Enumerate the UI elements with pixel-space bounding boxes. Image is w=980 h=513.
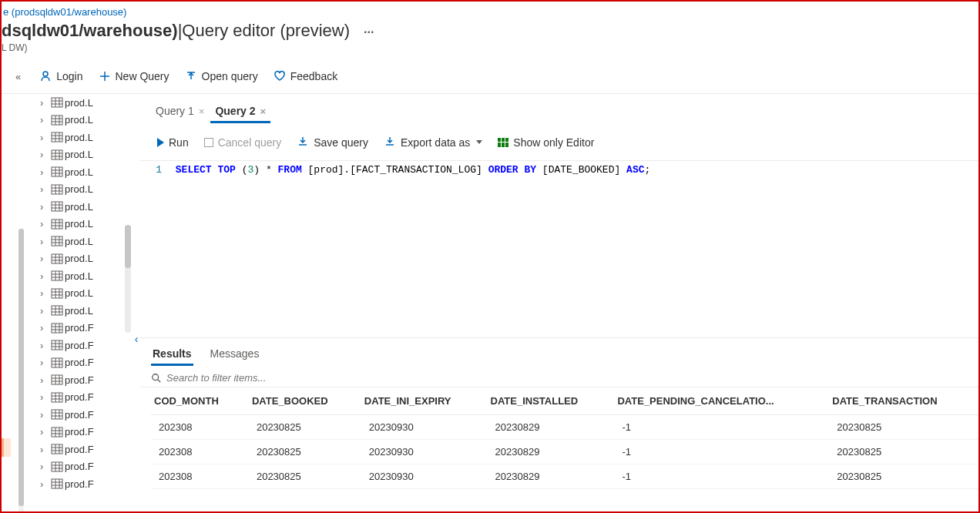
tree-item[interactable]: ›prod.F bbox=[32, 475, 133, 493]
svg-rect-18 bbox=[52, 150, 62, 159]
export-data-button[interactable]: Export data as bbox=[378, 132, 488, 153]
cell: 20230825 bbox=[249, 464, 361, 489]
splitter[interactable]: ‹ bbox=[133, 94, 140, 504]
table-icon bbox=[51, 288, 63, 299]
table-row[interactable]: 202308202308252023093020230829-120230825 bbox=[151, 415, 978, 440]
svg-rect-53 bbox=[52, 271, 62, 280]
heart-icon bbox=[274, 70, 286, 82]
column-header[interactable]: DATE_INSTALLED bbox=[488, 387, 615, 415]
run-button[interactable]: Run bbox=[151, 133, 195, 152]
tree-item[interactable]: ›prod.F bbox=[32, 389, 133, 407]
tree-item[interactable]: ›prod.F bbox=[32, 354, 133, 372]
chevron-right-icon: › bbox=[40, 461, 49, 472]
close-icon[interactable]: × bbox=[199, 106, 205, 117]
more-actions-icon[interactable]: ··· bbox=[364, 25, 374, 39]
tree-item[interactable]: ›prod.L bbox=[32, 250, 133, 268]
tree-item[interactable]: ›prod.L bbox=[32, 216, 133, 233]
tree-item[interactable]: ›prod.F bbox=[32, 406, 133, 424]
breadcrumb-link[interactable]: e (prodsqldw01/warehouse) bbox=[2, 3, 978, 19]
cancel-query-button[interactable]: Cancel query bbox=[198, 133, 288, 152]
tree-item[interactable]: ›prod.L bbox=[32, 267, 133, 285]
tree-item[interactable]: ›prod.F bbox=[32, 441, 133, 458]
tree-item-label: prod.L bbox=[65, 270, 93, 282]
show-only-editor-button[interactable]: Show only Editor bbox=[492, 133, 600, 152]
tree-item[interactable]: ›prod.L bbox=[32, 163, 133, 181]
tree-item[interactable]: ›prod.F bbox=[32, 458, 133, 476]
login-button[interactable]: Login bbox=[33, 67, 89, 86]
splitter-collapse-icon[interactable]: ‹ bbox=[135, 333, 139, 345]
svg-rect-33 bbox=[52, 202, 62, 211]
sql-editor[interactable]: 1 SELECT TOP (3) * FROM [prod].[FACT_TRA… bbox=[140, 160, 978, 337]
svg-rect-113 bbox=[52, 479, 62, 488]
editor-main: Query 1×Query 2× Run Cancel query Save q… bbox=[140, 94, 978, 504]
results-search-input[interactable] bbox=[166, 372, 398, 384]
tree-item-label: prod.F bbox=[65, 426, 94, 438]
cell: 20230825 bbox=[829, 440, 978, 464]
column-header[interactable]: DATE_INI_EXPIRY bbox=[361, 387, 488, 415]
svg-rect-98 bbox=[52, 428, 62, 437]
tree-item[interactable]: ›prod.L bbox=[32, 94, 133, 112]
column-header[interactable]: DATE_TRANSACTION bbox=[829, 387, 978, 415]
chevron-right-icon: › bbox=[40, 97, 49, 109]
tree-item[interactable]: ›prod.F bbox=[32, 320, 133, 337]
table-row[interactable]: 202308202308252023093020230829-120230825 bbox=[151, 440, 978, 464]
collapse-left-icon[interactable]: « bbox=[15, 71, 21, 82]
tree-item[interactable]: ›prod.L bbox=[32, 146, 133, 164]
svg-rect-78 bbox=[52, 358, 62, 367]
tab-messages[interactable]: Messages bbox=[209, 344, 261, 366]
tree-item-label: prod.L bbox=[65, 287, 93, 299]
show-only-label: Show only Editor bbox=[513, 136, 594, 149]
table-icon bbox=[51, 323, 63, 334]
tree-item[interactable]: ›prod.L bbox=[32, 285, 133, 303]
column-header[interactable]: DATE_PENDING_CANCELATIO... bbox=[614, 387, 829, 415]
tree-item[interactable]: ›prod.L bbox=[32, 302, 133, 320]
tab-results[interactable]: Results bbox=[151, 344, 193, 366]
svg-rect-63 bbox=[52, 306, 62, 315]
cell: 20230829 bbox=[488, 415, 615, 440]
download-icon bbox=[384, 135, 396, 149]
svg-rect-73 bbox=[52, 340, 62, 350]
tree-item[interactable]: ›prod.F bbox=[32, 337, 133, 354]
sidebar-scrollbar-thumb[interactable] bbox=[125, 225, 131, 268]
sidebar-scrollbar[interactable] bbox=[125, 225, 131, 333]
column-header[interactable]: COD_MONTH bbox=[151, 387, 249, 415]
tree-item[interactable]: ›prod.F bbox=[32, 424, 133, 441]
feedback-button[interactable]: Feedback bbox=[267, 67, 344, 86]
new-query-button[interactable]: New Query bbox=[92, 67, 176, 86]
table-icon bbox=[51, 115, 63, 126]
page-title-view: Query editor (preview) bbox=[182, 21, 350, 41]
table-row[interactable]: 202308202308252023093020230829-120230825 bbox=[151, 464, 978, 489]
tree-item-label: prod.L bbox=[65, 253, 93, 264]
tree-item[interactable]: ›prod.L bbox=[32, 233, 133, 250]
tree-item[interactable]: ›prod.L bbox=[32, 198, 133, 216]
tree-item-label: prod.L bbox=[65, 114, 93, 126]
chevron-right-icon: › bbox=[40, 409, 49, 421]
login-label: Login bbox=[56, 70, 82, 82]
tree-item-label: prod.L bbox=[65, 132, 93, 143]
tree-item-label: prod.F bbox=[65, 340, 94, 351]
save-query-button[interactable]: Save query bbox=[290, 132, 374, 153]
tree-item[interactable]: ›prod.L bbox=[32, 112, 133, 129]
column-header[interactable]: DATE_BOOKED bbox=[249, 387, 361, 415]
line-number: 1 bbox=[151, 164, 169, 176]
table-ref: [prod].[FACT_TRANSACTION_LOG] bbox=[308, 164, 482, 176]
cell: 20230825 bbox=[829, 464, 978, 489]
cell: 20230829 bbox=[488, 464, 615, 489]
outer-scrollbar-thumb[interactable] bbox=[18, 229, 24, 506]
close-icon[interactable]: × bbox=[260, 106, 267, 117]
tree-item[interactable]: ›prod.F bbox=[32, 371, 133, 389]
tree-item[interactable]: ›prod.L bbox=[32, 129, 133, 146]
tree-item-label: prod.F bbox=[65, 391, 94, 403]
chevron-right-icon: › bbox=[40, 374, 49, 386]
query-tab[interactable]: Query 2× bbox=[210, 100, 270, 123]
open-query-button[interactable]: Open query bbox=[179, 67, 264, 86]
table-icon bbox=[51, 444, 63, 454]
results-search-row bbox=[140, 366, 978, 387]
tree-item[interactable]: ›prod.L bbox=[32, 181, 133, 199]
chevron-right-icon: › bbox=[40, 357, 49, 368]
tree-item-label: prod.F bbox=[65, 461, 94, 472]
outer-scrollbar[interactable] bbox=[18, 229, 24, 513]
svg-rect-23 bbox=[52, 167, 62, 176]
query-tab[interactable]: Query 1× bbox=[151, 100, 209, 123]
table-icon bbox=[51, 305, 63, 316]
